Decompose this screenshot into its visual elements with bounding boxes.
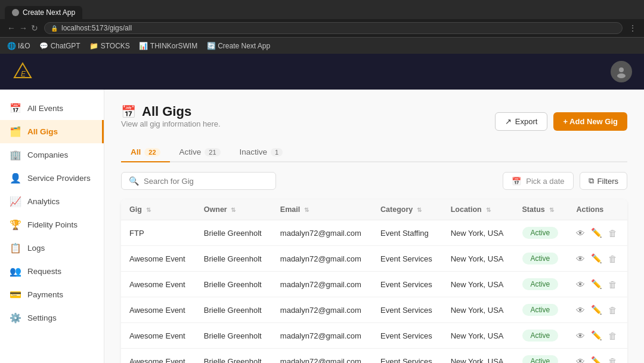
bookmark-chatgpt[interactable]: 💬ChatGPT xyxy=(40,42,80,50)
tab-inactive[interactable]: Inactive1 xyxy=(230,143,293,161)
sidebar-item-logs[interactable]: 📋Logs xyxy=(0,236,104,260)
tab-all[interactable]: All22 xyxy=(121,143,170,162)
edit-icon-2[interactable]: ✏️ xyxy=(591,279,602,290)
settings-icon: ⚙️ xyxy=(10,312,21,324)
app-header: E xyxy=(0,54,644,90)
view-icon-4[interactable]: 👁 xyxy=(576,331,585,341)
app-container: E 📅All Events🗂️All Gigs🏢Companies👤Servic… xyxy=(0,54,644,363)
sidebar-item-service-providers[interactable]: 👤Service Providers xyxy=(0,167,104,190)
page-title: 📅 All Gigs xyxy=(121,104,221,119)
main-content: 📅 All Gigs View all gig information here… xyxy=(104,90,644,363)
analytics-icon: 📈 xyxy=(10,196,21,207)
app-logo: E xyxy=(12,61,33,82)
nav-buttons: ← → ↻ xyxy=(7,23,38,33)
svg-point-2 xyxy=(617,73,626,78)
cell-status-5: Active xyxy=(514,349,568,364)
sidebar-item-all-gigs[interactable]: 🗂️All Gigs xyxy=(0,120,104,143)
filter-label: Filters xyxy=(597,177,618,186)
cell-actions-1: 👁 ✏️ 🗑 xyxy=(568,246,627,272)
gigs-icon: 📅 xyxy=(121,104,136,119)
cell-email-4: madalyn72@gmail.com xyxy=(272,323,372,349)
bookmark-icon: 💬 xyxy=(40,42,48,50)
bookmark-create-next-app[interactable]: 🔄Create Next App xyxy=(207,42,270,50)
sidebar-item-payments[interactable]: 💳Payments xyxy=(0,283,104,306)
cell-gig-0: FTP xyxy=(121,220,196,246)
export-button[interactable]: ↗ Export xyxy=(495,112,548,131)
avatar[interactable] xyxy=(611,61,632,82)
back-button[interactable]: ← xyxy=(7,23,16,33)
view-icon-0[interactable]: 👁 xyxy=(576,228,585,238)
sidebar-item-requests[interactable]: 👥Requests xyxy=(0,260,104,283)
cell-status-1: Active xyxy=(514,246,568,272)
delete-icon-4[interactable]: 🗑 xyxy=(608,331,617,341)
bookmark-icon: 📁 xyxy=(90,42,98,50)
view-icon-2[interactable]: 👁 xyxy=(576,279,585,290)
edit-icon-4[interactable]: ✏️ xyxy=(591,330,602,341)
sort-icon: ⇅ xyxy=(230,207,236,213)
view-icon-1[interactable]: 👁 xyxy=(576,254,585,264)
tab-label-1: Active xyxy=(179,147,202,156)
sidebar-item-fidelity-points[interactable]: 🏆Fidelity Points xyxy=(0,213,104,236)
col-location[interactable]: Location ⇅ xyxy=(442,199,514,220)
cell-gig-1: Awesome Event xyxy=(121,246,196,272)
edit-icon-1[interactable]: ✏️ xyxy=(591,253,602,264)
col-gig[interactable]: Gig ⇅ xyxy=(121,199,196,220)
edit-icon-0[interactable]: ✏️ xyxy=(591,227,602,238)
tab-label-2: Inactive xyxy=(240,147,268,156)
status-badge: Active xyxy=(522,253,559,264)
sort-icon: ⇅ xyxy=(484,207,491,213)
active-tab[interactable]: Create Next App xyxy=(5,6,82,19)
calendar-icon: 📅 xyxy=(512,177,521,186)
status-badge: Active xyxy=(522,227,559,239)
page-title-text: All Gigs xyxy=(142,104,191,119)
cell-actions-0: 👁 ✏️ 🗑 xyxy=(568,220,627,246)
page-subtitle: View all gig information here. xyxy=(121,119,221,128)
search-box[interactable]: 🔍 xyxy=(121,172,276,190)
cell-status-4: Active xyxy=(514,323,568,349)
toolbar: 🔍 📅 Pick a date ⧉ Filters xyxy=(121,172,627,190)
filter-button[interactable]: ⧉ Filters xyxy=(580,172,627,190)
table-row: Awesome EventBrielle Greenholtmadalyn72@… xyxy=(121,246,627,272)
reload-button[interactable]: ↻ xyxy=(31,23,38,33)
cell-actions-2: 👁 ✏️ 🗑 xyxy=(568,272,627,297)
delete-icon-2[interactable]: 🗑 xyxy=(608,279,617,290)
bookmark-i-o[interactable]: 🌐I&O xyxy=(7,42,30,50)
add-new-gig-button[interactable]: + Add New Gig xyxy=(553,112,627,131)
edit-icon-3[interactable]: ✏️ xyxy=(591,304,602,315)
cell-owner-4: Brielle Greenholt xyxy=(196,323,272,349)
sidebar-item-settings[interactable]: ⚙️Settings xyxy=(0,306,104,330)
bookmark-thinkorswim[interactable]: 📊THINKorSWIM xyxy=(140,42,197,50)
forward-button[interactable]: → xyxy=(19,23,27,33)
sidebar-item-all-events[interactable]: 📅All Events xyxy=(0,97,104,120)
delete-icon-3[interactable]: 🗑 xyxy=(608,305,617,315)
col-email[interactable]: Email ⇅ xyxy=(272,199,372,220)
bookmark-stocks[interactable]: 📁STOCKS xyxy=(90,42,130,50)
filter-icon: ⧉ xyxy=(589,176,594,186)
col-category[interactable]: Category ⇅ xyxy=(372,199,442,220)
cell-email-3: madalyn72@gmail.com xyxy=(272,297,372,323)
bookmark-label: I&O xyxy=(18,42,30,50)
search-input[interactable] xyxy=(144,177,268,186)
address-bar[interactable]: 🔒 localhost:5173/gigs/all xyxy=(44,22,623,34)
companies-icon: 🏢 xyxy=(10,149,21,161)
sidebar-item-companies[interactable]: 🏢Companies xyxy=(0,143,104,167)
delete-icon-1[interactable]: 🗑 xyxy=(608,254,617,264)
sidebar-label-companies: Companies xyxy=(27,150,68,159)
col-status[interactable]: Status ⇅ xyxy=(514,199,568,220)
action-icons-2: 👁 ✏️ 🗑 xyxy=(576,279,619,290)
col-actions[interactable]: Actions xyxy=(568,199,627,220)
delete-icon-0[interactable]: 🗑 xyxy=(608,228,617,238)
search-icon: 🔍 xyxy=(129,176,139,186)
date-picker-label: Pick a date xyxy=(526,177,564,186)
cell-email-2: madalyn72@gmail.com xyxy=(272,272,372,297)
view-icon-3[interactable]: 👁 xyxy=(576,305,585,315)
delete-icon-5[interactable]: 🗑 xyxy=(608,356,617,364)
bookmark-label: STOCKS xyxy=(101,42,130,50)
view-icon-5[interactable]: 👁 xyxy=(576,356,585,364)
col-owner[interactable]: Owner ⇅ xyxy=(196,199,272,220)
tab-active[interactable]: Active21 xyxy=(170,143,230,161)
sidebar-item-analytics[interactable]: 📈Analytics xyxy=(0,190,104,213)
add-label: + Add New Gig xyxy=(563,117,618,126)
edit-icon-5[interactable]: ✏️ xyxy=(591,356,602,363)
date-picker[interactable]: 📅 Pick a date xyxy=(503,172,573,190)
